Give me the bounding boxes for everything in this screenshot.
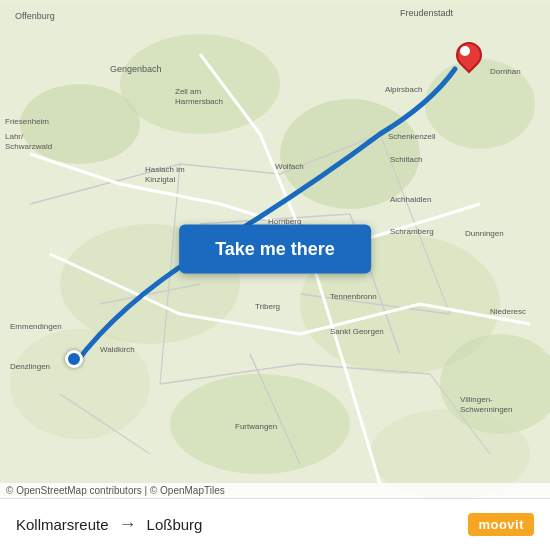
svg-text:Aichhaldlen: Aichhaldlen xyxy=(390,195,431,204)
svg-text:Furtwangen: Furtwangen xyxy=(235,422,277,431)
svg-text:Kinzigtal: Kinzigtal xyxy=(145,175,175,184)
svg-text:Haslach im: Haslach im xyxy=(145,165,185,174)
info-bar: Kollmarsreute → Loßburg moovit xyxy=(0,498,550,550)
svg-text:Dornhan: Dornhan xyxy=(490,67,521,76)
svg-text:Schramberg: Schramberg xyxy=(390,227,434,236)
svg-text:Gengenbach: Gengenbach xyxy=(110,64,162,74)
destination-label: Loßburg xyxy=(147,516,203,533)
map-area: Offenburg Freudenstadt Gengenbach Friese… xyxy=(0,0,550,498)
take-me-there-button[interactable]: Take me there xyxy=(179,225,371,274)
svg-text:Harmersbach: Harmersbach xyxy=(175,97,223,106)
arrow-icon: → xyxy=(119,514,137,535)
svg-text:Zell am: Zell am xyxy=(175,87,202,96)
svg-text:Dunningen: Dunningen xyxy=(465,229,504,238)
svg-text:Sankt Georgen: Sankt Georgen xyxy=(330,327,384,336)
svg-text:Emmendingen: Emmendingen xyxy=(10,322,62,331)
destination-pin xyxy=(456,42,478,70)
svg-text:Alpirsbach: Alpirsbach xyxy=(385,85,422,94)
svg-text:Triberg: Triberg xyxy=(255,302,280,311)
svg-text:Schiltach: Schiltach xyxy=(390,155,422,164)
svg-text:Freudenstadt: Freudenstadt xyxy=(400,8,454,18)
origin-label: Kollmarsreute xyxy=(16,516,109,533)
svg-text:Schenkenzell: Schenkenzell xyxy=(388,132,436,141)
svg-text:Schwarzwald: Schwarzwald xyxy=(5,142,52,151)
moovit-logo: moovit xyxy=(468,513,534,536)
svg-point-2 xyxy=(120,34,280,134)
svg-text:Friesenheim: Friesenheim xyxy=(5,117,49,126)
svg-text:Villingen-: Villingen- xyxy=(460,395,493,404)
svg-text:Waldkirch: Waldkirch xyxy=(100,345,135,354)
copyright-bar: © OpenStreetMap contributors | © OpenMap… xyxy=(0,483,550,498)
svg-text:Niederesc: Niederesc xyxy=(490,307,526,316)
origin-pin xyxy=(65,350,83,368)
svg-text:Tennenbronn: Tennenbronn xyxy=(330,292,377,301)
svg-text:Lahr/: Lahr/ xyxy=(5,132,24,141)
svg-text:Wolfach: Wolfach xyxy=(275,162,304,171)
svg-text:Offenburg: Offenburg xyxy=(15,11,55,21)
svg-text:Schwenningen: Schwenningen xyxy=(460,405,512,414)
svg-text:Denzlingen: Denzlingen xyxy=(10,362,50,371)
copyright-text: © OpenStreetMap contributors | © OpenMap… xyxy=(6,485,225,496)
app-container: Offenburg Freudenstadt Gengenbach Friese… xyxy=(0,0,550,550)
